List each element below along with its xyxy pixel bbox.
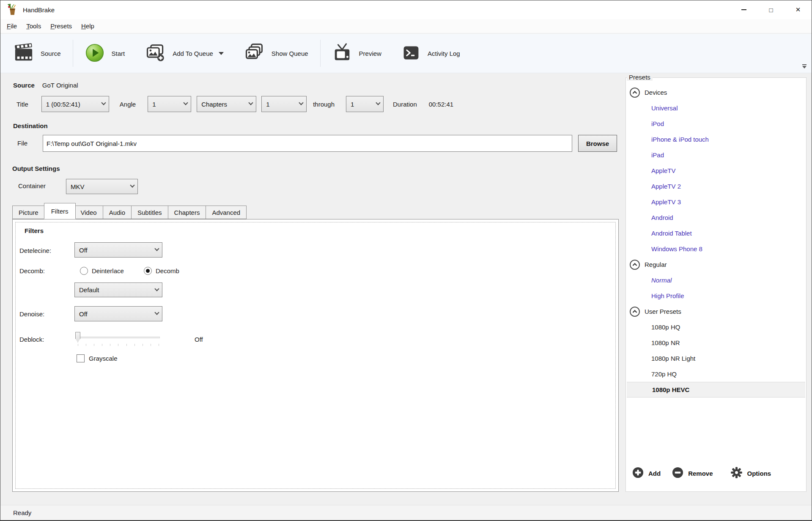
presets-tree: Devices Universal iPod iPhone & iPod tou…	[626, 85, 806, 398]
dropdown-chevron-icon	[154, 310, 159, 315]
collapse-chevron-icon[interactable]	[629, 306, 640, 317]
tab-subtitles[interactable]: Subtitles	[132, 206, 168, 219]
slider-track[interactable]	[78, 337, 160, 338]
preview-label: Preview	[359, 50, 381, 57]
terminal-icon	[402, 44, 420, 63]
grayscale-label[interactable]: Grayscale	[89, 355, 118, 362]
tab-filters[interactable]: Filters	[44, 203, 76, 219]
preset-item-normal[interactable]: Normal	[626, 272, 806, 288]
tab-chapters[interactable]: Chapters	[168, 206, 206, 219]
preset-item-android[interactable]: Android	[626, 210, 806, 225]
add-to-queue-label: Add To Queue	[173, 50, 213, 57]
tab-audio[interactable]: Audio	[103, 206, 132, 219]
chapter-end-select[interactable]: 1	[346, 96, 384, 112]
preset-options-button[interactable]: Options	[730, 466, 771, 480]
preset-item-appletv-3[interactable]: AppleTV 3	[626, 194, 806, 210]
menu-help[interactable]: Help	[77, 20, 99, 32]
settings-tabs: Picture Filters Video Audio Subtitles Ch…	[12, 205, 247, 219]
add-to-queue-button[interactable]: Add To Queue	[135, 37, 234, 69]
preset-group-regular[interactable]: Regular	[626, 257, 806, 272]
preview-button[interactable]: Preview	[322, 37, 392, 69]
dropdown-chevron-icon	[248, 100, 253, 105]
statusbar: Ready	[0, 505, 812, 520]
minus-circle-icon	[672, 466, 684, 480]
handbrake-window: HandBrake □ ✕ File Tools Presets Help	[0, 0, 812, 521]
preset-item-720p-hq[interactable]: 720p HQ	[626, 366, 806, 382]
deinterlace-radio[interactable]	[80, 267, 88, 275]
tab-advanced[interactable]: Advanced	[206, 206, 247, 219]
start-button[interactable]: Start	[75, 37, 135, 69]
remove-preset-button[interactable]: Remove	[672, 466, 713, 480]
file-label: File	[17, 140, 27, 147]
show-queue-label: Show Queue	[272, 50, 308, 57]
angle-select[interactable]: 1	[148, 96, 191, 112]
output-settings-heading: Output Settings	[12, 165, 60, 172]
deblock-value: Off	[195, 336, 203, 343]
denoise-select[interactable]: Off	[74, 306, 162, 321]
tab-video[interactable]: Video	[75, 206, 103, 219]
dropdown-chevron-icon	[154, 246, 159, 251]
preset-item-universal[interactable]: Universal	[626, 100, 806, 116]
collapse-chevron-icon[interactable]	[629, 87, 640, 98]
source-button[interactable]: Source	[4, 37, 71, 69]
browse-button[interactable]: Browse	[578, 135, 617, 152]
deblock-slider[interactable]	[74, 331, 160, 350]
filters-heading: Filters	[25, 227, 44, 234]
add-preset-button[interactable]: Add	[632, 466, 661, 480]
range-type-select[interactable]: Chapters	[197, 96, 256, 112]
preset-item-high-profile[interactable]: High Profile	[626, 288, 806, 304]
preset-item-appletv-2[interactable]: AppleTV 2	[626, 178, 806, 194]
source-name-value: GoT Original	[42, 82, 78, 89]
preset-item-1080p-hq[interactable]: 1080p HQ	[626, 319, 806, 335]
toolbar: Source Start	[0, 34, 812, 73]
preset-group-user-presets[interactable]: User Presets	[626, 304, 806, 319]
decomb-label: Decomb:	[19, 267, 45, 274]
detelecine-select[interactable]: Off	[74, 242, 162, 258]
destination-file-input[interactable]	[43, 135, 572, 152]
preset-item-appletv[interactable]: AppleTV	[626, 163, 806, 178]
menubar: File Tools Presets Help	[0, 19, 812, 33]
preset-item-1080p-nr[interactable]: 1080p NR	[626, 335, 806, 351]
status-text: Ready	[13, 509, 31, 516]
toolbar-separator	[320, 40, 321, 67]
window-title: HandBrake	[23, 6, 55, 14]
close-icon[interactable]: ✕	[785, 0, 812, 19]
decomb-radio-label[interactable]: Decomb	[156, 267, 179, 274]
preset-item-iphone-ipod-touch[interactable]: iPhone & iPod touch	[626, 132, 806, 147]
collapse-chevron-icon[interactable]	[629, 259, 640, 270]
titlebar: HandBrake □ ✕	[0, 0, 812, 19]
menu-tools[interactable]: Tools	[22, 20, 46, 32]
preset-item-windows-phone-8[interactable]: Windows Phone 8	[626, 241, 806, 257]
dropdown-chevron-icon	[154, 286, 159, 291]
title-select[interactable]: 1 (00:52:41)	[41, 96, 109, 112]
activity-log-label: Activity Log	[428, 50, 460, 57]
preset-item-1080p-nr-light[interactable]: 1080p NR Light	[626, 351, 806, 366]
menu-file[interactable]: File	[2, 20, 22, 32]
tab-picture[interactable]: Picture	[12, 206, 45, 219]
dropdown-chevron-icon	[130, 183, 134, 187]
deinterlace-radio-label[interactable]: Deinterlace	[92, 267, 124, 274]
activity-log-button[interactable]: Activity Log	[392, 37, 470, 69]
minimize-icon[interactable]	[730, 0, 757, 19]
slider-thumb[interactable]	[75, 332, 80, 343]
chapter-start-select[interactable]: 1	[261, 96, 307, 112]
add-to-queue-dropdown-icon[interactable]	[219, 52, 224, 55]
preset-group-devices[interactable]: Devices	[626, 85, 806, 100]
preset-item-1080p-hevc-selected[interactable]: 1080p HEVC	[627, 382, 805, 398]
toolbar-overflow-icon[interactable]	[801, 64, 807, 69]
container-select[interactable]: MKV	[66, 179, 138, 194]
preset-item-android-tablet[interactable]: Android Tablet	[626, 225, 806, 241]
plus-circle-icon	[632, 466, 644, 480]
maximize-icon[interactable]: □	[757, 0, 785, 19]
preset-item-ipad[interactable]: iPad	[626, 147, 806, 163]
preset-item-ipod[interactable]: iPod	[626, 116, 806, 132]
container-label: Container	[18, 182, 46, 189]
grayscale-checkbox[interactable]	[77, 354, 85, 362]
decomb-preset-select[interactable]: Default	[74, 282, 162, 297]
dropdown-chevron-icon	[299, 100, 303, 105]
decomb-radio[interactable]	[144, 267, 152, 275]
show-queue-button[interactable]: Show Queue	[234, 37, 318, 69]
toolbar-separator	[73, 40, 73, 67]
presets-panel: Presets Devices Universal iPod iPhone & …	[625, 77, 807, 492]
menu-presets[interactable]: Presets	[46, 20, 77, 32]
